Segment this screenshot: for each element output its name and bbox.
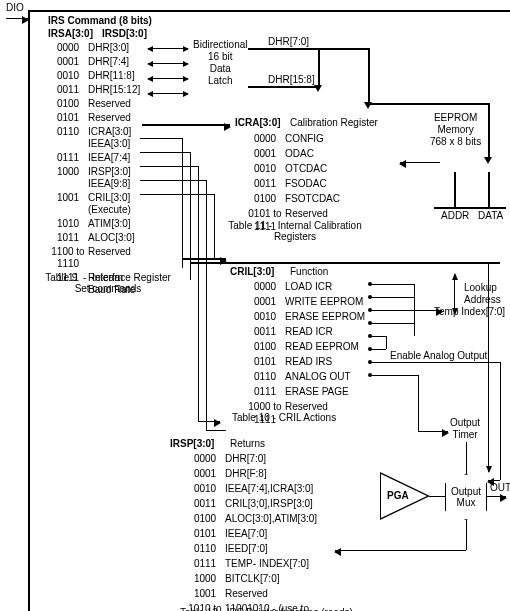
- table10-caption: Table 10 - CRIL Actions: [232, 412, 336, 423]
- irsp-h2: [206, 430, 226, 431]
- cril-arrow: [182, 258, 226, 260]
- enable-label: Enable Analog Output: [390, 350, 487, 361]
- lk2: [370, 297, 414, 298]
- mux-back: [340, 550, 466, 551]
- w4: [140, 180, 206, 181]
- data-label: DATA: [478, 210, 503, 221]
- enable-into-mux: [488, 480, 500, 481]
- output-mux: Output Mux: [445, 474, 487, 520]
- eeprom-bot-bus: [434, 207, 506, 209]
- bidi-arrow-2: [148, 78, 188, 79]
- lookup-text: Lookup Address Temp Index[7:0]: [434, 282, 505, 318]
- en-ana: [370, 362, 500, 363]
- en2: [370, 349, 386, 350]
- data-line: [488, 172, 490, 208]
- ot-v: [418, 375, 419, 431]
- eeprom-head: [484, 157, 492, 164]
- dhr-v2-head: [364, 102, 372, 109]
- w5: [140, 194, 214, 195]
- w1: [140, 138, 182, 139]
- bidi-text: Bidirectional 16 bit Data Latch: [193, 39, 247, 87]
- v4: [206, 180, 207, 430]
- pga-label: PGA: [387, 490, 409, 501]
- v5: [214, 194, 215, 258]
- ot-to-mux: [466, 442, 467, 477]
- cril-table: 0000LOAD ICR 0001WRITE EEPROM 0010ERASE …: [245, 280, 395, 426]
- bidi-arrow-3: [148, 93, 188, 94]
- table11-caption: Table 11 - Internal Calibration Register…: [215, 220, 375, 242]
- cril-header: CRIL[3:0]: [230, 266, 274, 277]
- icra-arrow: [142, 124, 230, 126]
- lk1: [370, 284, 414, 285]
- icra-table: 0000CONFIG 0001ODAC 0010OTCDAC 0011FSODA…: [245, 132, 365, 233]
- lk3: [370, 310, 414, 311]
- enable-v: [500, 362, 501, 480]
- table12-caption: Table 12 - IRS Pointer functons (reads): [180, 607, 353, 611]
- dhr158-label: DHR[15:8]: [268, 74, 315, 85]
- data-to-mux: [488, 262, 489, 472]
- mux-back-arrow: [335, 550, 340, 551]
- eeprom-bus: [368, 103, 488, 105]
- icra-header: ICRA[3:0]: [235, 117, 281, 128]
- irs-cmd-header: IRS Command (8 bits): [48, 15, 152, 26]
- en1: [370, 336, 386, 337]
- ot-arrow: [418, 431, 448, 432]
- v2: [190, 152, 191, 280]
- env: [386, 336, 387, 349]
- pga-mux-wire: [429, 496, 445, 497]
- output-timer-label: Output Timer: [450, 417, 480, 441]
- v3: [198, 166, 199, 421]
- v1: [182, 138, 183, 268]
- addr-line: [454, 172, 456, 208]
- dhr-v1-head: [314, 85, 322, 92]
- calreg-label: Calibration Register: [290, 117, 378, 128]
- addr-label: ADDR: [441, 210, 469, 221]
- eeprom-block: EEPROM Memory 768 x 8 bits: [430, 112, 481, 148]
- ot-h: [370, 375, 418, 376]
- mux-down: [466, 520, 467, 550]
- out-arrow: [486, 496, 506, 497]
- irsa-header: IRSA[3:0]: [48, 28, 93, 39]
- eeprom-v: [488, 103, 490, 158]
- eeprom-to-icra-arrow: [400, 162, 440, 163]
- irsp-header: IRSP[3:0]: [170, 438, 214, 449]
- returns-label: Returns: [230, 438, 265, 449]
- irsp-table: 0000DHR[7:0] 0001DHR[F:8] 0010IEEA[7:4],…: [185, 452, 355, 611]
- table9-caption: Table 9 - Interface Register Set command…: [38, 272, 178, 294]
- dhr-v2: [368, 48, 370, 103]
- bidi-arrow-0: [148, 48, 188, 49]
- lk4: [370, 323, 414, 324]
- dhr70-line: [248, 48, 368, 50]
- irsp-arrow: [198, 421, 220, 422]
- dio-label: DIO: [6, 2, 24, 13]
- bidi-arrow-1: [148, 63, 188, 64]
- irsd-header: IRSD[3:0]: [102, 28, 147, 39]
- diagram-frame: IRS Command (8 bits) IRSA[3:0] IRSD[3:0]…: [28, 10, 510, 611]
- dhr-v1: [318, 48, 320, 86]
- dio-arrow: [6, 18, 28, 19]
- cril-bus: [190, 262, 500, 264]
- dhr70-label: DHR[7:0]: [268, 36, 309, 47]
- dhr158-line: [248, 86, 318, 88]
- cril-func-label: Function: [290, 266, 328, 277]
